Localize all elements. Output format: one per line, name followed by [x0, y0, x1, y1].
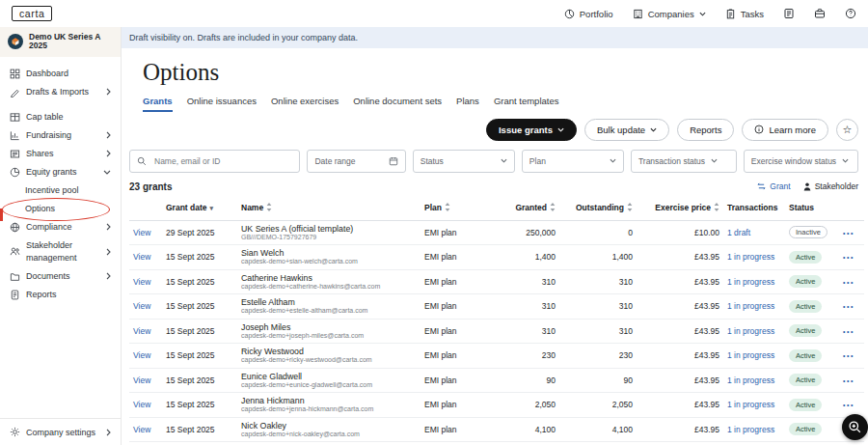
sidebar-nav: Dashboard Drafts & Imports Cap table Fun… — [0, 57, 121, 304]
kebab-menu-icon[interactable]: ••• — [843, 279, 854, 286]
status-badge: Active — [789, 251, 822, 264]
plan-cell: EMI plan — [420, 220, 482, 245]
status-cell: Inactive — [785, 220, 839, 245]
sidebar-item-incentive-pool[interactable]: Incentive pool — [0, 181, 121, 200]
status-filter[interactable]: Status — [413, 150, 515, 173]
granted-cell: 90 — [482, 368, 559, 393]
view-link[interactable]: View — [133, 252, 150, 262]
kebab-menu-icon[interactable]: ••• — [843, 230, 854, 236]
sidebar-item-options[interactable]: Options — [0, 200, 121, 218]
updates-icon[interactable] — [783, 8, 795, 19]
header-name[interactable]: Name — [237, 196, 420, 221]
chevron-right-icon — [106, 248, 111, 256]
sidebar-item-drafts-imports[interactable]: Drafts & Imports — [0, 83, 121, 101]
row-actions-cell: ••• — [839, 368, 864, 393]
transactions-link[interactable]: 1 in progress — [727, 326, 774, 336]
kebab-menu-icon[interactable]: ••• — [843, 352, 854, 359]
chevron-down-icon — [501, 158, 507, 163]
search-input[interactable] — [152, 155, 292, 167]
sidebar-item-company-settings[interactable]: Company settings — [0, 418, 121, 445]
grant-view-toggle[interactable]: Grant — [757, 181, 790, 191]
tab-plans[interactable]: Plans — [456, 96, 479, 112]
transaction-status-filter[interactable]: Transaction status — [631, 150, 737, 173]
learn-more-button[interactable]: Learn more — [742, 119, 828, 141]
header-plan[interactable]: Plan — [420, 196, 482, 221]
plan-filter[interactable]: Plan — [522, 150, 624, 173]
header-granted[interactable]: Granted — [482, 196, 559, 221]
zoom-widget-button[interactable] — [842, 414, 868, 440]
transactions-link[interactable]: 1 in progress — [727, 400, 774, 409]
view-link[interactable]: View — [133, 400, 150, 409]
name-cell: Nick Oakley capdesk-demo+nick-oakley@car… — [237, 417, 420, 442]
shares-icon — [10, 149, 20, 159]
tab-grants[interactable]: Grants — [143, 96, 173, 112]
row-actions-cell: ••• — [839, 245, 864, 270]
help-icon[interactable] — [845, 8, 856, 19]
sidebar-item-documents[interactable]: Documents — [0, 267, 121, 286]
plan-cell: EMI plan — [420, 319, 482, 344]
company-selector[interactable]: Demo UK Series A 2025 — [0, 27, 121, 57]
kebab-menu-icon[interactable]: ••• — [843, 402, 854, 408]
nav-companies[interactable]: Companies — [633, 9, 706, 19]
view-link[interactable]: View — [133, 326, 150, 336]
sidebar-item-equity-grants[interactable]: Equity grants — [0, 163, 121, 181]
search-filter[interactable] — [129, 150, 300, 173]
main-area: Draft visibility on. Drafts are included… — [122, 27, 868, 445]
chevron-right-icon — [106, 150, 111, 157]
chevron-down-icon — [842, 158, 849, 163]
sidebar-item-stakeholder-management[interactable]: Stakeholder management — [0, 236, 121, 267]
view-link[interactable]: View — [133, 375, 150, 385]
transactions-link[interactable]: 1 in progress — [727, 252, 774, 262]
kebab-menu-icon[interactable]: ••• — [843, 303, 854, 310]
plan-cell: EMI plan — [420, 245, 482, 270]
exercise-window-status-filter[interactable]: Exercise window status — [744, 150, 858, 173]
granted-cell: 310 — [482, 269, 559, 294]
grant-date-cell: 15 Sept 2025 — [162, 344, 237, 369]
header-outstanding[interactable]: Outstanding — [559, 196, 637, 221]
sidebar-item-compliance[interactable]: Compliance — [0, 218, 121, 236]
transactions-link[interactable]: 1 in progress — [727, 350, 774, 360]
row-actions-cell: ••• — [839, 344, 864, 369]
date-range-filter[interactable]: Date range — [307, 150, 405, 173]
sidebar-item-cap-table[interactable]: Cap table — [0, 108, 121, 126]
kebab-menu-icon[interactable]: ••• — [843, 377, 854, 384]
sidebar-item-reports[interactable]: Reports — [0, 286, 121, 304]
view-link[interactable]: View — [133, 350, 150, 360]
view-link[interactable]: View — [133, 277, 150, 287]
favorite-star-button[interactable]: ☆ — [836, 119, 858, 141]
tab-online-exercises[interactable]: Online exercises — [271, 96, 339, 112]
fundraising-icon — [10, 130, 20, 141]
nav-portfolio[interactable]: Portfolio — [564, 9, 613, 19]
transactions-link[interactable]: 1 in progress — [727, 301, 774, 311]
tab-online-document-sets[interactable]: Online document sets — [353, 96, 442, 112]
sidebar-item-dashboard[interactable]: Dashboard — [0, 65, 121, 83]
view-link[interactable]: View — [133, 228, 150, 237]
kebab-menu-icon[interactable]: ••• — [843, 328, 854, 335]
swap-arrows-icon — [757, 182, 766, 190]
transactions-link[interactable]: 1 draft — [727, 228, 750, 237]
plan-cell: EMI plan — [420, 393, 482, 418]
tab-grant-templates[interactable]: Grant templates — [494, 96, 559, 112]
name-cell: UK Series A (official template) GB///DEM… — [237, 220, 420, 245]
header-exercise-price[interactable]: Exercise price — [637, 196, 723, 221]
reports-button[interactable]: Reports — [677, 119, 734, 141]
sidebar-item-fundraising[interactable]: Fundraising — [0, 126, 121, 145]
transactions-link[interactable]: 1 in progress — [727, 425, 774, 434]
view-link[interactable]: View — [133, 301, 150, 311]
sidebar-item-shares[interactable]: Shares — [0, 145, 121, 163]
transactions-link[interactable]: 1 in progress — [727, 277, 774, 287]
transactions-link[interactable]: 1 in progress — [727, 375, 774, 385]
products-icon[interactable] — [814, 8, 826, 19]
bulk-update-button[interactable]: Bulk update — [584, 119, 669, 141]
stakeholder-view-toggle[interactable]: Stakeholder — [803, 181, 858, 191]
cap-table-icon — [10, 112, 20, 123]
tab-online-issuances[interactable]: Online issuances — [187, 96, 257, 112]
view-link[interactable]: View — [133, 425, 150, 434]
nav-tasks[interactable]: Tasks — [725, 9, 764, 19]
sort-icon — [266, 203, 272, 211]
grantee-email: capdesk-demo+nick-oakley@carta.com — [241, 431, 417, 438]
header-grant-date[interactable]: Grant date▾ — [162, 196, 237, 221]
issue-grants-button[interactable]: Issue grants — [486, 119, 577, 141]
kebab-menu-icon[interactable]: ••• — [843, 254, 854, 261]
carta-logo: carta — [12, 6, 52, 21]
